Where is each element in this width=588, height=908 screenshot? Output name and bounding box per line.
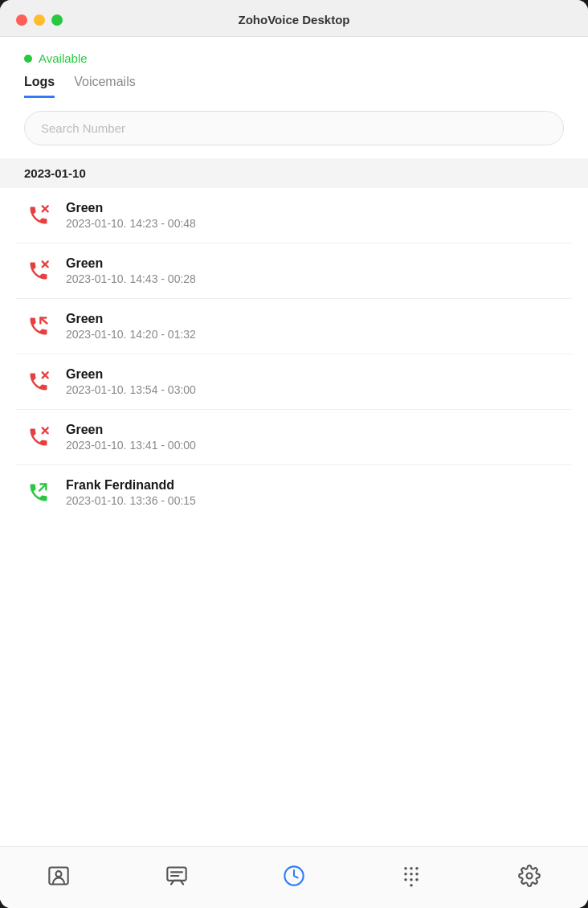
close-button[interactable] (16, 14, 27, 26)
status-bar: Available (0, 37, 588, 72)
call-detail: 2023-01-10. 14:23 - 00:48 (66, 217, 196, 230)
tabs-bar: Logs Voicemails (0, 72, 588, 98)
incoming-call-icon (24, 312, 53, 341)
date-header: 2023-01-10 (0, 158, 588, 188)
missed-call-icon (24, 256, 53, 285)
list-item[interactable]: Green 2023-01-10. 14:23 - 00:48 (16, 188, 572, 243)
search-input[interactable] (24, 111, 564, 145)
list-item[interactable]: Green 2023-01-10. 14:43 - 00:28 (16, 243, 572, 299)
missed-call-icon (24, 367, 53, 396)
call-name: Frank Ferdinandd (66, 478, 196, 493)
call-name: Green (66, 201, 196, 215)
call-detail: 2023-01-10. 14:43 - 00:28 (66, 272, 196, 285)
call-name: Green (66, 423, 196, 437)
call-detail: 2023-01-10. 13:36 - 00:15 (66, 494, 196, 507)
call-name: Green (66, 367, 196, 382)
status-label: Available (39, 51, 88, 65)
svg-point-22 (405, 878, 408, 881)
svg-line-9 (39, 485, 46, 491)
date-label: 2023-01-10 (24, 166, 86, 180)
window-title: ZohoVoice Desktop (239, 13, 350, 27)
call-detail: 2023-01-10. 13:41 - 00:00 (66, 439, 196, 452)
call-info: Green 2023-01-10. 13:54 - 03:00 (66, 367, 196, 396)
list-item[interactable]: Green 2023-01-10. 13:54 - 03:00 (16, 354, 572, 410)
call-info: Green 2023-01-10. 13:41 - 00:00 (66, 423, 196, 452)
svg-rect-12 (167, 868, 186, 881)
nav-logs[interactable] (276, 858, 312, 894)
svg-point-23 (410, 878, 414, 881)
nav-dialpad[interactable] (394, 858, 429, 894)
call-info: Green 2023-01-10. 14:20 - 01:32 (66, 312, 196, 341)
search-container (0, 98, 588, 158)
app-window: ZohoVoice Desktop Available Logs Voicema… (0, 0, 588, 908)
svg-point-11 (56, 871, 62, 877)
title-bar: ZohoVoice Desktop (0, 0, 588, 37)
call-name: Green (66, 256, 196, 271)
svg-point-18 (416, 867, 419, 870)
svg-point-21 (416, 873, 419, 876)
svg-point-17 (410, 867, 414, 870)
svg-point-19 (405, 873, 408, 876)
list-item[interactable]: Frank Ferdinandd 2023-01-10. 13:36 - 00:… (16, 465, 572, 520)
svg-point-26 (526, 873, 532, 879)
call-info: Green 2023-01-10. 14:23 - 00:48 (66, 201, 196, 230)
tab-logs[interactable]: Logs (24, 75, 55, 98)
bottom-nav (0, 846, 588, 908)
tab-voicemails[interactable]: Voicemails (74, 75, 135, 98)
svg-point-25 (410, 884, 414, 887)
call-info: Frank Ferdinandd 2023-01-10. 13:36 - 00:… (66, 478, 196, 507)
call-info: Green 2023-01-10. 14:43 - 00:28 (66, 256, 196, 285)
missed-call-icon (24, 423, 53, 452)
nav-contacts[interactable] (41, 858, 76, 894)
call-name: Green (66, 312, 196, 326)
call-list: Green 2023-01-10. 14:23 - 00:48 Green 20… (0, 188, 588, 846)
nav-chat[interactable] (159, 858, 194, 894)
list-item[interactable]: Green 2023-01-10. 14:20 - 01:32 (16, 299, 572, 354)
outgoing-call-icon (24, 478, 53, 507)
nav-settings[interactable] (512, 858, 547, 894)
missed-call-icon (24, 201, 53, 230)
call-detail: 2023-01-10. 13:54 - 03:00 (66, 383, 196, 396)
call-detail: 2023-01-10. 14:20 - 01:32 (66, 328, 196, 341)
maximize-button[interactable] (51, 14, 63, 26)
svg-point-20 (410, 873, 414, 876)
list-item[interactable]: Green 2023-01-10. 13:41 - 00:00 (16, 410, 572, 465)
svg-point-24 (416, 878, 419, 881)
svg-rect-10 (50, 868, 68, 885)
status-dot (24, 55, 32, 63)
window-controls (16, 14, 63, 26)
app-content: Available Logs Voicemails 2023-01-10 (0, 37, 588, 908)
svg-point-16 (405, 867, 408, 870)
minimize-button[interactable] (34, 14, 45, 26)
